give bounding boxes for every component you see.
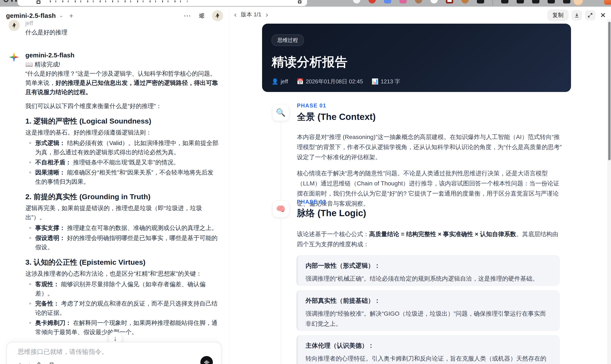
sliders-icon[interactable] [198, 12, 206, 20]
dimension-card-1: 内部一致性（形式逻辑）： 强调推理的“机械正确”。结论必须在给定的规则系统内逻辑… [296, 255, 560, 286]
composer-divider [29, 362, 30, 364]
new-chat-button[interactable]: + [69, 12, 73, 20]
black-plug-extension-icon[interactable] [501, 0, 508, 3]
bullet-term: 形式逻辑： [35, 140, 65, 146]
bullet-term: 不自相矛盾： [35, 159, 71, 166]
phase-1-title: 全景 (The Context) [297, 111, 562, 123]
black-bird-extension-icon[interactable] [477, 0, 484, 3]
card-title: 外部真实性（前提基础）： [306, 297, 552, 305]
apps-grid-icon[interactable] [11, 0, 17, 2]
scrollbar-track[interactable] [608, 19, 611, 364]
toolbar-divider [492, 0, 493, 6]
lead-formula: 高质量结论 = 结构完整性 × 事实准确性 × 认知自律系数 [369, 231, 516, 237]
expand-button[interactable] [585, 10, 595, 20]
bullet-term: 假设透明： [35, 235, 65, 241]
message-composer[interactable]: 思维接口已就绪，请传输指令。 [6, 342, 221, 364]
chat-header: gemini-2.5-flash ⌄ + ⋯ [6, 10, 223, 22]
bookmark-icon[interactable] [48, 362, 55, 364]
bullet-icon [29, 161, 31, 163]
list-item: 形式逻辑： 结构必须有效（Valid）。比如演绎推理中，如果前提全部为真，那么通… [25, 138, 219, 157]
bullet-icon [29, 302, 31, 304]
bullet-icon [29, 283, 31, 285]
copy-button[interactable]: 复制 [547, 9, 569, 21]
bullet-icon [29, 171, 31, 173]
skills-icon[interactable] [35, 362, 42, 364]
report-word-count: 1213 字 [381, 78, 400, 85]
phase-2-section: PHASE 02 脉络 (The Logic) 该论述基于一个核心公式：高质量结… [297, 199, 562, 249]
chevron-down-icon[interactable]: ⌄ [59, 12, 64, 19]
card-title: 主体伦理（认识美德）： [306, 341, 552, 350]
lead-paragraph: 我们可以从以下四个维度来衡量什么是“好的推理”： [25, 101, 219, 111]
bullet-text: 考虑了对立的观点和潜在的反证，而不是只选择支持自己结论的证据。 [35, 300, 218, 316]
section-1-title: 1. 逻辑的严密性 (Logical Soundness) [25, 117, 219, 125]
bullet-text: 推理建立在可靠的数据、准确的观测或公认的真理之上。 [67, 224, 218, 231]
browser-corner-icon[interactable] [604, 0, 611, 5]
phase-1-label: PHASE 01 [297, 103, 562, 109]
report-hero-card: 思维过程 精读分析报告 👤jeff 📅2026年01月08日 02:45 📊12… [262, 24, 571, 92]
bookmark-star-icon[interactable] [298, 0, 301, 3]
assistant-name: gemini-2.5-flash [25, 52, 74, 59]
black-square-extension-icon[interactable] [532, 0, 539, 3]
browser-profile-avatar[interactable] [574, 0, 583, 6]
scrollbar-thumb[interactable] [608, 22, 611, 160]
report-badge: 思维过程 [272, 34, 304, 46]
black-hook-extension-icon[interactable] [548, 0, 555, 3]
dimension-card-2: 外部真实性（前提基础）： 强调推理的“经验校准”。解决“GIGO（垃圾进，垃圾出… [296, 290, 560, 331]
model-selector[interactable]: gemini-2.5-flash [6, 12, 56, 19]
phase-2-label: PHASE 02 [297, 199, 562, 205]
section-2-bullets: 事实支撑： 推理建立在可靠的数据、准确的观测或公认的真理之上。 假设透明： 好的… [25, 223, 219, 252]
phase-1-section: PHASE 01 全景 (The Context) 本内容是对“推理 (Reas… [297, 103, 562, 209]
darkred-extension-icon[interactable] [446, 0, 453, 3]
red-extension-icon[interactable] [369, 0, 376, 3]
list-item: 完备性： 考虑了对立的观点和潜在的反证，而不是只选择支持自己结论的证据。 [25, 299, 219, 317]
app-window: gemini-2.5-flash ⌄ + ⋯ jeff [0, 7, 611, 364]
phase-2-emoji: 🧠 [276, 204, 286, 213]
list-item: 事实支撑： 推理建立在可靠的数据、准确的观测或公认的真理之上。 [25, 223, 219, 233]
assistant-message-body: “什么是好的推理？”这是一个涉及逻辑学、认知科学和哲学核心的问题。简单来说，好的… [25, 69, 219, 364]
previous-version-button[interactable]: ‹ [233, 10, 237, 19]
bullet-term: 完备性： [35, 300, 59, 307]
robot-extension-icon[interactable] [353, 0, 360, 3]
black-glasses-extension-icon[interactable] [563, 0, 570, 3]
next-version-button[interactable]: › [265, 10, 269, 19]
extension-icons-row [353, 0, 570, 6]
report-date: 2026年01月08日 02:45 [306, 78, 363, 85]
brown-extension-icon[interactable] [415, 0, 422, 3]
sidebar-icon[interactable] [37, 0, 40, 4]
author-icon: 👤 [272, 78, 279, 85]
black-play-extension-icon[interactable] [517, 0, 524, 3]
list-item: 不自相矛盾： 推理链条中不能出现“既是又非”的情况。 [25, 158, 219, 167]
attach-plus-icon[interactable] [16, 362, 24, 364]
voice-input-button[interactable] [200, 356, 213, 364]
white-extension-icon[interactable] [430, 0, 438, 3]
download-button[interactable] [572, 10, 582, 20]
book-icon: 📖 [25, 61, 33, 68]
phase-2-title: 脉络 (The Logic) [297, 207, 562, 219]
timeline-connector [281, 219, 281, 364]
version-label: 版本 1/1 [241, 11, 261, 18]
magnifier-icon: 🔍 [272, 104, 289, 121]
section-3-desc: 这涉及推理者的心态和方法论，也是区分“杠精”和“思想家”的关键： [25, 269, 219, 278]
blue-extension-icon[interactable] [384, 0, 391, 3]
lead-prefix: 该论述基于一个核心公式： [297, 231, 369, 237]
browser-toolbar [0, 0, 611, 7]
card-body: 转向推理者的心理特征。引入奥卡姆剃刀和反向论证，旨在克服人类（或机器）天然存在的… [306, 353, 552, 364]
orange-extension-icon[interactable] [461, 0, 469, 3]
close-icon[interactable]: ✕ [598, 11, 608, 19]
user-avatar[interactable] [212, 10, 223, 21]
more-options-button[interactable]: ⋯ [184, 11, 191, 20]
report-meta: 👤jeff 📅2026年01月08日 02:45 📊1213 字 [272, 78, 561, 85]
section-2-title: 2. 前提的真实性 (Grounding in Truth) [25, 192, 219, 201]
intro-paragraph: “什么是好的推理？”这是一个涉及逻辑学、认知科学和哲学核心的问题。简单来说，好的… [25, 69, 219, 97]
status-text: 精读完成! [35, 61, 60, 68]
bullet-icon [29, 322, 31, 324]
reload-icon[interactable] [3, 0, 9, 2]
composer-placeholder: 思维接口已就绪，请传输指令。 [18, 348, 108, 356]
address-bar[interactable] [18, 0, 307, 6]
assistant-status: 📖 精读完成! [25, 60, 60, 68]
pink-extension-icon[interactable] [399, 0, 407, 3]
bullet-term: 客观性： [35, 281, 59, 287]
url-text-clipped [50, 0, 187, 2]
phase-1-paragraph-1: 本内容是对“推理 (Reasoning)”这一抽象概念的高层建模。在知识爆炸与人… [297, 132, 562, 162]
bullet-term: 因果清晰： [35, 169, 65, 176]
